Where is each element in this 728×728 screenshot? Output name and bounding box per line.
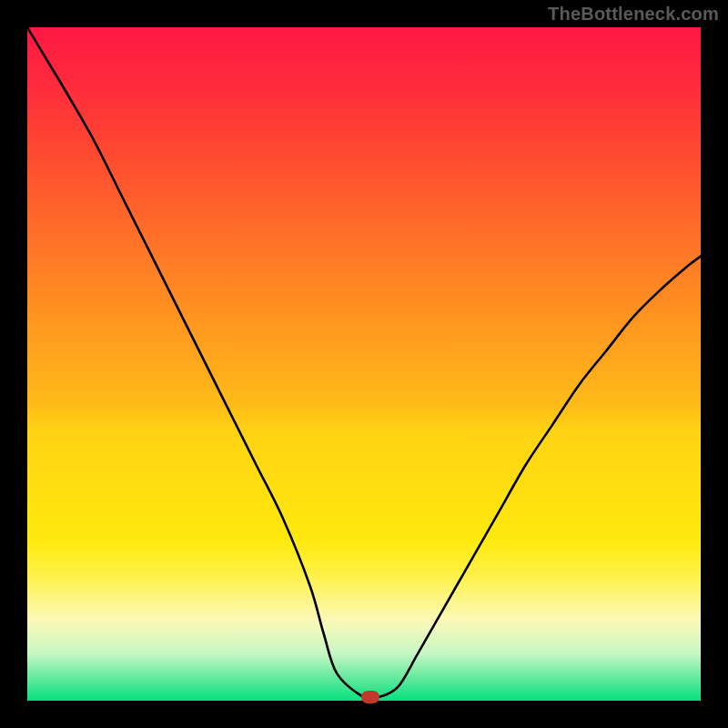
chart-frame: TheBottleneck.com [0,0,728,728]
bottleneck-curve [27,27,701,700]
branding-watermark: TheBottleneck.com [548,4,719,25]
plot-area [27,27,701,701]
curve-layer [27,27,701,701]
optimal-point-marker [361,691,379,703]
